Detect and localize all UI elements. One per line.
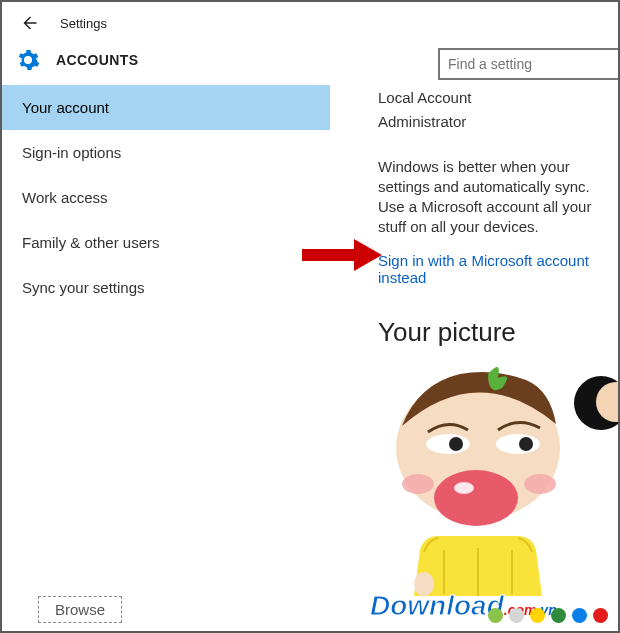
window-title: Settings [60, 16, 107, 31]
section-title: ACCOUNTS [56, 52, 139, 68]
browse-button[interactable]: Browse [38, 596, 122, 623]
profile-picture [378, 366, 588, 596]
title-bar: Settings [2, 2, 618, 42]
watermark-dots [488, 608, 608, 623]
sidebar-item-label: Sign-in options [22, 144, 121, 161]
svg-point-2 [496, 434, 540, 454]
sidebar-item-label: Work access [22, 189, 108, 206]
account-type-line1: Local Account [378, 88, 618, 108]
your-picture-heading: Your picture [378, 317, 618, 348]
account-type-line2: Administrator [378, 112, 618, 132]
back-arrow-icon [20, 14, 38, 32]
sidebar-item-label: Family & other users [22, 234, 160, 251]
back-button[interactable] [16, 10, 42, 36]
svg-point-5 [402, 474, 434, 494]
svg-point-1 [426, 434, 470, 454]
dot-icon [530, 608, 545, 623]
search-input[interactable] [448, 56, 610, 72]
avatar-area [378, 366, 618, 616]
sync-description: Windows is better when your settings and… [378, 157, 618, 238]
sidebar-item-label: Sync your settings [22, 279, 145, 296]
sidebar: Your account Sign-in options Work access… [2, 84, 330, 624]
sidebar-item-family-users[interactable]: Family & other users [2, 220, 330, 265]
gear-icon [16, 48, 40, 72]
sidebar-item-sync-settings[interactable]: Sync your settings [2, 265, 330, 310]
sidebar-item-signin-options[interactable]: Sign-in options [2, 130, 330, 175]
main-content: Your account Sign-in options Work access… [2, 84, 618, 624]
svg-point-6 [524, 474, 556, 494]
dot-icon [488, 608, 503, 623]
search-field[interactable] [438, 48, 618, 80]
svg-point-3 [449, 437, 463, 451]
sign-in-microsoft-link[interactable]: Sign in with a Microsoft account instead [378, 252, 618, 286]
svg-point-4 [519, 437, 533, 451]
alt-avatar[interactable] [574, 376, 620, 430]
sidebar-item-your-account[interactable]: Your account [2, 85, 330, 130]
dot-icon [551, 608, 566, 623]
dot-icon [572, 608, 587, 623]
sidebar-item-label: Your account [22, 99, 109, 116]
svg-point-9 [414, 572, 434, 596]
sidebar-item-work-access[interactable]: Work access [2, 175, 330, 220]
dot-icon [593, 608, 608, 623]
content-panel: Local Account Administrator Windows is b… [330, 84, 618, 624]
svg-point-7 [434, 470, 518, 526]
svg-point-8 [454, 482, 474, 494]
dot-icon [509, 608, 524, 623]
